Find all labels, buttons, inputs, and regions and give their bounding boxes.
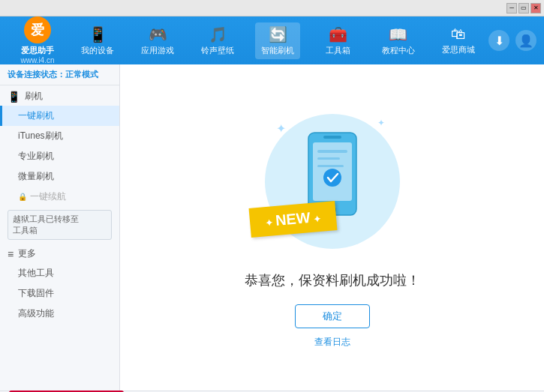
nav-tutorials-icon: 📖: [389, 25, 407, 43]
nav-shop-icon: 🛍: [451, 25, 466, 43]
svg-point-7: [323, 169, 341, 187]
header-right-actions: ⬇ 👤: [488, 30, 536, 51]
svg-rect-3: [323, 136, 341, 139]
status-label: 设备连接状态：: [8, 70, 65, 79]
nav-ringtones-label: 铃声壁纸: [201, 45, 234, 56]
sidebar-item-one-key-rescue: 🔒 一键续航: [0, 187, 119, 207]
title-bar: ─ ▭ ✕: [0, 0, 544, 16]
nav-shop[interactable]: 🛍 爱思商城: [436, 22, 481, 58]
sidebar-item-itunes-flash[interactable]: iTunes刷机: [0, 126, 119, 146]
sparkle-2: ✦: [377, 118, 385, 128]
logo-url: www.i4.cn: [20, 56, 54, 64]
nav-flash-label: 智能刷机: [261, 45, 294, 56]
nav-apps-label: 应用游戏: [141, 45, 174, 56]
nav-tutorials[interactable]: 📖 教程中心: [376, 22, 421, 59]
nav-toolbox[interactable]: 🧰 工具箱: [316, 22, 361, 59]
status-value: 正常模式: [65, 70, 98, 79]
sidebar-section-flash[interactable]: 📱 刷机: [0, 85, 119, 106]
content-area: ✦ ✦ ✦ NEW: [120, 64, 544, 391]
status-bar: 设备连接状态：正常模式: [0, 64, 119, 85]
rescue-label: 一键续航: [30, 190, 66, 203]
nav-tutorials-label: 教程中心: [382, 45, 415, 56]
sidebar-item-other-tools[interactable]: 其他工具: [0, 263, 119, 283]
more-section-icon: ≡: [8, 248, 14, 260]
nav-apps-icon: 🎮: [149, 25, 167, 43]
svg-rect-4: [317, 150, 347, 153]
close-button[interactable]: ✕: [530, 3, 541, 13]
download-button[interactable]: ⬇: [488, 30, 509, 51]
sidebar-warning-box: 越狱工具已转移至工具箱: [8, 210, 112, 240]
minimize-button[interactable]: ─: [506, 3, 517, 13]
sparkle-1: ✦: [276, 121, 286, 136]
user-button[interactable]: 👤: [515, 30, 536, 51]
warning-text: 越狱工具已转移至工具箱: [13, 214, 79, 235]
confirm-button[interactable]: 确定: [295, 304, 370, 328]
sidebar-item-download-firmware[interactable]: 下载固件: [0, 283, 119, 304]
svg-rect-5: [317, 157, 340, 160]
nav-toolbox-icon: 🧰: [329, 25, 347, 43]
logo-name: 爱思助手: [21, 45, 54, 56]
sidebar-item-screen-flash[interactable]: 微量刷机: [0, 166, 119, 187]
sidebar-section-more[interactable]: ≡ 更多: [0, 243, 119, 263]
nav-bar: 📱 我的设备 🎮 应用游戏 🎵 铃声壁纸 🔄 智能刷机 🧰 工具箱 📖 教程中心…: [68, 22, 488, 59]
sidebar-item-pro-flash[interactable]: 专业刷机: [0, 146, 119, 166]
nav-device-label: 我的设备: [81, 45, 114, 56]
sidebar-item-advanced[interactable]: 高级功能: [0, 304, 119, 324]
nav-ringtones[interactable]: 🎵 铃声壁纸: [195, 22, 240, 59]
main-area: 设备连接状态：正常模式 📱 刷机 一键刷机 iTunes刷机 专业刷机 微量刷机…: [0, 64, 544, 391]
lock-icon: 🔒: [18, 193, 27, 201]
nav-my-device[interactable]: 📱 我的设备: [75, 22, 120, 59]
success-illustration: ✦ ✦ ✦ NEW: [257, 106, 407, 256]
logo: 爱 爱思助手 www.i4.cn: [8, 16, 68, 64]
success-message: 恭喜您，保资料刷机成功啦！: [245, 271, 420, 289]
sidebar: 设备连接状态：正常模式 📱 刷机 一键刷机 iTunes刷机 专业刷机 微量刷机…: [0, 64, 120, 391]
nav-flash-icon: 🔄: [269, 25, 287, 43]
restore-button[interactable]: ▭: [518, 3, 529, 13]
nav-device-icon: 📱: [89, 25, 107, 43]
logo-icon: 爱: [24, 16, 51, 43]
svg-rect-6: [317, 165, 344, 167]
nav-smart-flash[interactable]: 🔄 智能刷机: [255, 22, 300, 59]
header: 爱 爱思助手 www.i4.cn 📱 我的设备 🎮 应用游戏 🎵 铃声壁纸 🔄 …: [0, 16, 544, 64]
more-section-label: 更多: [18, 247, 36, 260]
flash-section-label: 刷机: [25, 90, 43, 103]
flash-section-icon: 📱: [8, 91, 20, 103]
window-controls: ─ ▭ ✕: [506, 3, 541, 13]
nav-toolbox-label: 工具箱: [326, 45, 350, 56]
sidebar-item-one-key-flash[interactable]: 一键刷机: [0, 106, 119, 126]
show-log-link[interactable]: 查看日志: [314, 336, 350, 349]
nav-ringtones-icon: 🎵: [209, 25, 227, 43]
nav-apps-games[interactable]: 🎮 应用游戏: [135, 22, 180, 59]
nav-shop-label: 爱思商城: [442, 44, 475, 55]
